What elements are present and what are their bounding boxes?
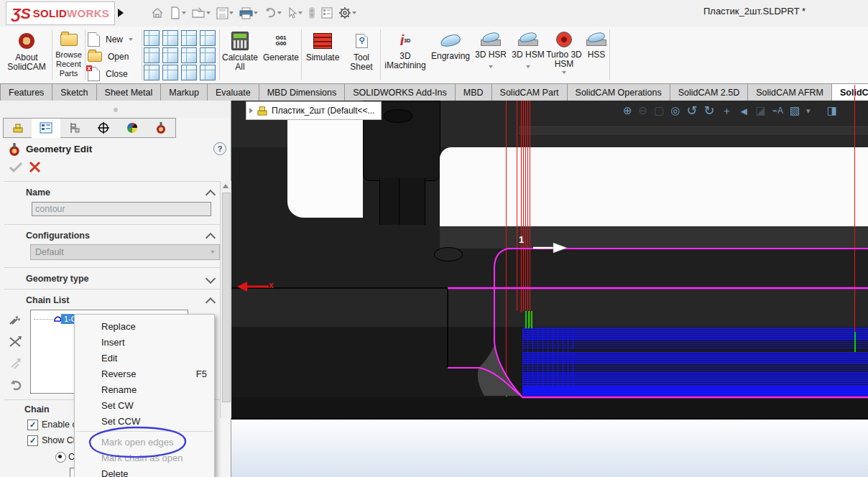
tab-solidworks-addins[interactable]: SOLIDWORKS Add-Ins (345, 83, 456, 101)
view-orientation-icon[interactable] (162, 30, 178, 46)
menu-item-set-cw[interactable]: Set CW (75, 397, 214, 413)
previous-view-icon[interactable]: ◄ (739, 105, 749, 117)
dropdown-caret-icon[interactable] (277, 11, 282, 14)
tab-features[interactable]: Features (0, 83, 52, 101)
view-orientation-icon[interactable] (162, 47, 178, 63)
panel-scrollbar[interactable] (220, 181, 231, 418)
save-icon[interactable] (215, 7, 235, 19)
ok-button[interactable] (9, 161, 23, 173)
open-icon[interactable] (190, 6, 212, 19)
view-orientation-icon[interactable] (200, 65, 216, 80)
view-cube-icon[interactable]: ◨ (827, 104, 837, 117)
menu-item-edit[interactable]: Edit (75, 350, 214, 366)
hsm-3d-button[interactable]: 3D HSM (509, 31, 547, 68)
extend-chain-tool-button[interactable] (6, 354, 26, 373)
file-properties-icon[interactable] (320, 7, 334, 19)
new-button[interactable]: New (88, 31, 141, 48)
dropdown-caret-icon[interactable] (562, 71, 566, 74)
section-configurations-header[interactable]: Configurations (26, 231, 90, 241)
scrollbar-thumb[interactable] (222, 193, 231, 402)
splitter-handle[interactable] (114, 108, 118, 112)
view-orientation-icon[interactable] (181, 47, 197, 63)
home-icon[interactable] (149, 6, 165, 19)
multi-chain-tool-button[interactable] (6, 333, 26, 351)
dropdown-caret-icon[interactable] (526, 65, 530, 68)
dropdown-caret-icon[interactable] (206, 11, 211, 14)
menu-item-delete[interactable]: Delete (75, 466, 214, 477)
scroll-up-arrow[interactable] (223, 184, 228, 188)
tab-markup[interactable]: Markup (161, 83, 208, 101)
section-chain-list-header[interactable]: Chain List (26, 295, 69, 305)
calculate-all-button[interactable]: Calculate All (220, 31, 260, 72)
dropdown-caret-icon[interactable] (129, 38, 133, 41)
select-cursor-icon[interactable] (286, 7, 304, 19)
open-button[interactable]: Open (88, 48, 141, 65)
tab-solidcam-operations[interactable]: SolidCAM Operations (568, 83, 670, 101)
tab-sheet-metal[interactable]: Sheet Metal (97, 83, 162, 101)
tab-sketch[interactable]: Sketch (52, 83, 96, 101)
appearance-icon[interactable]: ▧ (790, 104, 800, 117)
cancel-button[interactable] (29, 161, 41, 173)
tab-mbd[interactable]: MBD (456, 83, 492, 101)
feature-manager-tab[interactable] (3, 118, 33, 138)
hss-button[interactable]: HSS (583, 31, 609, 60)
menu-item-insert[interactable]: Insert (75, 334, 214, 350)
collapse-chevron-icon[interactable] (206, 297, 216, 307)
undo-chain-tool-button[interactable] (6, 376, 26, 394)
dropdown-caret-icon[interactable] (182, 11, 186, 14)
view-orientation-icon[interactable] (144, 30, 160, 46)
rotate-view-left-icon[interactable]: ↺ (686, 103, 697, 119)
zoom-to-fit-icon[interactable]: ⊕ (623, 104, 632, 117)
enable-chain-checkbox[interactable]: ✓ (27, 420, 38, 430)
tab-evaluate[interactable]: Evaluate (208, 83, 259, 101)
viewport-background[interactable] (231, 418, 868, 477)
view-orientation-icon[interactable] (200, 30, 216, 46)
simulate-button[interactable]: Simulate (303, 31, 343, 62)
configuration-manager-tab[interactable] (60, 118, 90, 138)
menu-item-rename[interactable]: Rename (75, 381, 214, 397)
collapse-chevron-icon[interactable] (206, 233, 216, 243)
generate-button[interactable]: G01 G00 Generate (261, 31, 301, 62)
menu-item-mark-open-edges[interactable]: Mark open edges (75, 434, 214, 450)
curve-radio[interactable] (55, 452, 66, 463)
configuration-dropdown[interactable]: Default (30, 244, 220, 260)
graphics-viewport[interactable]: x 1 Пластик_2шт (Default<<... ⊕ ⊖ ▢ ◎ ↺ … (231, 101, 868, 418)
close-button[interactable]: xClose (88, 65, 141, 83)
dropdown-caret-icon[interactable]: ▾ (806, 106, 811, 116)
section-geometry-type-header[interactable]: Geometry type (26, 274, 89, 284)
dropdown-caret-icon[interactable] (352, 11, 356, 14)
hide-show-annotations-icon[interactable]: ⌁A (772, 106, 783, 116)
pan-icon[interactable]: ＋ (721, 104, 732, 118)
view-orientation-icon[interactable] (162, 65, 178, 80)
options-gear-icon[interactable] (337, 6, 358, 19)
dropdown-caret-icon[interactable] (254, 11, 258, 14)
logo-flyout-button[interactable] (115, 1, 126, 24)
tab-mbd-dimensions[interactable]: MBD Dimensions (259, 83, 346, 101)
view-orientation-icon[interactable] (200, 47, 216, 63)
about-solidcam-button[interactable]: About SolidCAM (3, 31, 50, 72)
rotate-view-right-icon[interactable]: ↻ (704, 103, 715, 119)
section-view-icon[interactable]: ◪ (755, 104, 765, 117)
hsr-3d-button[interactable]: 3D HSR (472, 31, 509, 68)
view-orientation-icon[interactable] (144, 65, 160, 80)
dropdown-caret-icon[interactable] (229, 11, 234, 14)
display-manager-tab[interactable] (118, 118, 147, 138)
menu-item-replace[interactable]: Replace (75, 318, 214, 334)
tool-sheet-button[interactable]: ⚲ Tool Sheet (343, 31, 379, 72)
help-icon[interactable]: ? (213, 142, 226, 155)
section-name-header[interactable]: Name (26, 187, 50, 198)
menu-item-reverse[interactable]: ReverseF5 (75, 366, 214, 381)
tab-solidcam-3d[interactable]: SolidCAM 3D (832, 83, 868, 101)
new-document-icon[interactable] (168, 6, 188, 19)
tab-solidcam-part[interactable]: SolidCAM Part (492, 83, 568, 101)
tab-solidcam-afrm[interactable]: SolidCAM AFRM (748, 83, 832, 101)
chain-select-tool-button[interactable] (6, 311, 26, 330)
tab-solidcam-25d[interactable]: SolidCAM 2.5D (670, 83, 748, 101)
imachining-3d-button[interactable]: i3D 3D iMachining (382, 31, 429, 70)
engraving-button[interactable]: Engraving (430, 31, 471, 61)
solidcam-manager-tab[interactable] (147, 118, 176, 138)
menu-item-set-ccw[interactable]: Set CCW (75, 413, 214, 429)
print-icon[interactable] (238, 7, 259, 19)
viewport-part-label[interactable]: Пластик_2шт (Default<<... (246, 101, 382, 120)
rebuild-icon[interactable] (307, 6, 317, 19)
